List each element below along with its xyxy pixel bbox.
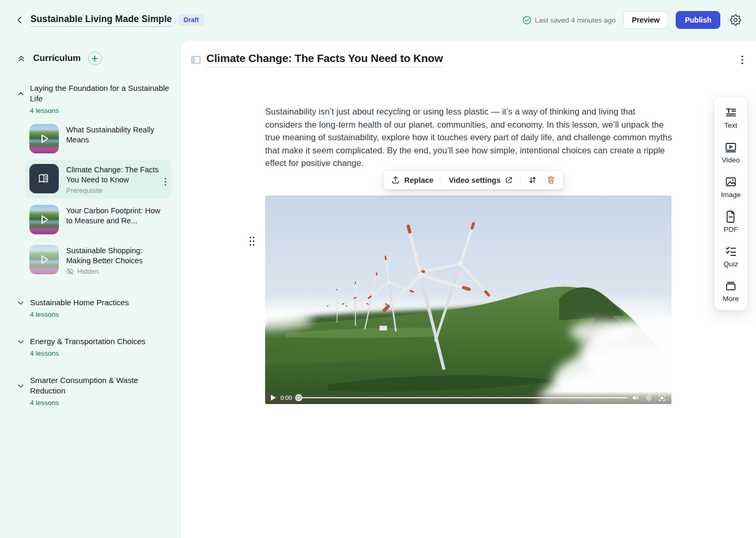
fullscreen-button[interactable] (658, 394, 666, 402)
section-title: Energy & Transportation Choices (30, 336, 173, 347)
lesson-count: 4 lessons (30, 399, 173, 407)
course-title[interactable]: Sustainable Living Made Simple (30, 14, 172, 27)
save-status: Last saved 4 minutes ago (522, 16, 616, 25)
lesson-count: 4 lessons (30, 107, 173, 115)
more-blocks[interactable]: More (723, 280, 739, 303)
add-section-button[interactable] (88, 51, 102, 65)
lesson-item-selected[interactable]: Climate Change: The Facts You Need to Kn… (25, 160, 172, 199)
upload-icon (391, 175, 400, 184)
curriculum-section: Smarter Consumption & Waste Reduction 4 … (17, 375, 173, 407)
video-thumbnail (29, 124, 59, 153)
tool-label: PDF (724, 225, 738, 233)
lesson-header: Climate Change: The Facts You Need to Kn… (191, 52, 746, 67)
replace-button[interactable]: Replace (389, 175, 436, 184)
play-button[interactable] (270, 395, 276, 401)
add-image-block[interactable]: Image (721, 175, 741, 199)
settings-button[interactable] (728, 12, 743, 28)
tool-label: Text (724, 121, 738, 129)
lesson-editor: Climate Change: The Facts You Need to Kn… (180, 40, 756, 538)
add-text-block[interactable]: Text (724, 106, 738, 129)
video-controls-bar: 0:00 (265, 391, 671, 404)
video-current-time: 0:00 (280, 395, 292, 401)
chevron-left-icon (15, 15, 25, 25)
gear-icon (730, 14, 741, 26)
lesson-title: Your Carbon Footprint: How to Measure an… (66, 206, 167, 226)
divider (441, 175, 442, 185)
preview-button[interactable]: Preview (623, 11, 669, 29)
video-thumbnail (29, 205, 59, 234)
progress-line (296, 397, 627, 399)
video-player[interactable]: 0:00 (265, 195, 671, 404)
move-block-button[interactable] (526, 175, 539, 184)
lesson-item[interactable]: Your Carbon Footprint: How to Measure an… (25, 201, 172, 239)
section-header[interactable]: Sustainable Home Practices 4 lessons (17, 297, 173, 318)
lesson-meta: Prerequisite (66, 187, 167, 194)
replace-label: Replace (404, 176, 434, 184)
scrubber-handle[interactable] (295, 394, 302, 401)
quality-settings-button[interactable] (645, 394, 653, 402)
lesson-meta: Hidden (66, 267, 167, 275)
check-circle-icon (522, 16, 531, 25)
more-blocks-icon (724, 280, 737, 292)
volume-button[interactable] (632, 394, 639, 401)
video-frame-wind-turbines (265, 195, 671, 404)
curriculum-header: Curriculum (17, 51, 173, 65)
lesson-item[interactable]: What Sustainability Really Means (25, 120, 172, 158)
lesson-title: Climate Change: The Facts You Need to Kn… (66, 165, 167, 185)
play-icon (29, 124, 59, 153)
play-icon (29, 245, 59, 274)
chevron-up-icon (17, 90, 30, 98)
curriculum-section: Energy & Transportation Choices 4 lesson… (17, 336, 173, 357)
chevron-down-icon (17, 299, 30, 307)
back-button[interactable] (13, 13, 27, 27)
content-blocks-panel: Text Video Image PDF Quiz (714, 96, 748, 311)
section-header[interactable]: Laying the Foundation for a Sustainable … (17, 83, 173, 115)
quiz-block-icon (724, 245, 737, 257)
video-settings-button[interactable]: Video settings (447, 176, 516, 184)
text-block-icon (724, 106, 737, 119)
lesson-title: What Sustainability Really Means (66, 125, 167, 145)
lesson-title: Sustainable Shopping: Making Better Choi… (66, 246, 167, 266)
publish-button[interactable]: Publish (676, 11, 720, 29)
curriculum-sidebar: Curriculum Laying the Foundation for a S… (0, 40, 180, 538)
lesson-item-hidden[interactable]: Sustainable Shopping: Making Better Choi… (25, 241, 172, 280)
eye-off-icon (66, 267, 74, 275)
divider (520, 175, 521, 185)
play-icon (29, 205, 59, 234)
tool-label: More (723, 295, 739, 303)
lesson-title[interactable]: Climate Change: The Facts You Need to Kn… (206, 52, 443, 67)
video-progress-bar[interactable] (296, 394, 627, 401)
add-quiz-block[interactable]: Quiz (723, 245, 738, 268)
section-header[interactable]: Energy & Transportation Choices 4 lesson… (17, 336, 173, 357)
collapse-all-icon[interactable] (17, 54, 26, 63)
sidebar-toggle-icon[interactable] (191, 55, 201, 65)
section-title: Sustainable Home Practices (30, 297, 173, 308)
lesson-body-text[interactable]: Sustainability isn’t just about recyclin… (265, 105, 673, 170)
tool-label: Image (721, 191, 741, 199)
add-pdf-block[interactable]: PDF (724, 210, 738, 233)
video-block-icon (724, 141, 737, 153)
sort-arrows-icon (528, 175, 537, 184)
add-video-block[interactable]: Video (722, 141, 740, 164)
tool-label: Quiz (723, 260, 738, 268)
chevron-down-icon (17, 338, 30, 346)
lesson-kebab-menu[interactable] (164, 178, 166, 186)
section-header[interactable]: Smarter Consumption & Waste Reduction 4 … (17, 375, 173, 407)
reading-tile (29, 164, 59, 193)
topbar-actions: Last saved 4 minutes ago Preview Publish (522, 11, 743, 29)
lesson-count: 4 lessons (30, 349, 173, 357)
topbar: Sustainable Living Made Simple Draft Las… (0, 0, 756, 40)
image-block-icon (724, 175, 737, 188)
delete-block-button[interactable] (544, 175, 558, 184)
last-saved-text: Last saved 4 minutes ago (535, 16, 616, 24)
hidden-label: Hidden (77, 267, 99, 275)
book-open-icon (37, 171, 51, 186)
video-settings-label: Video settings (449, 176, 501, 184)
lesson-count: 4 lessons (30, 311, 173, 318)
block-drag-handle[interactable] (249, 236, 255, 246)
lesson-options-kebab[interactable] (739, 53, 746, 67)
section-title: Smarter Consumption & Waste Reduction (30, 375, 173, 396)
curriculum-title: Curriculum (33, 53, 81, 64)
tool-label: Video (722, 156, 740, 164)
section-title: Laying the Foundation for a Sustainable … (30, 83, 173, 104)
